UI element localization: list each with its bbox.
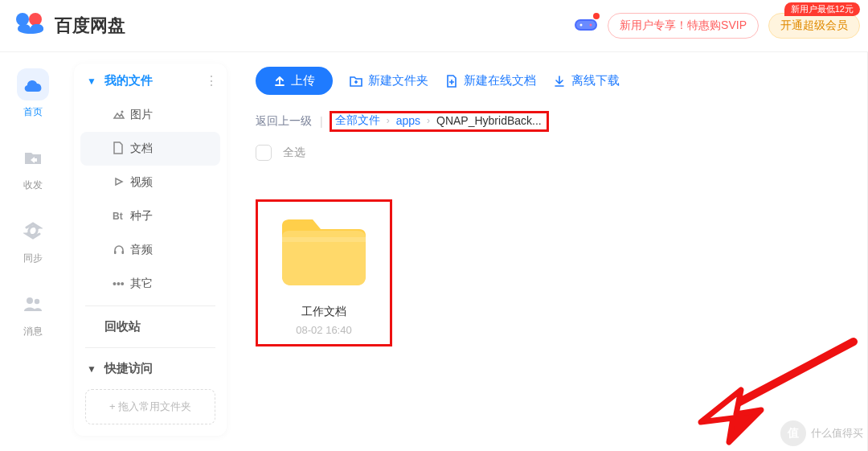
promo-badge: 新用户最低12元: [784, 2, 860, 16]
game-icon[interactable]: [574, 14, 598, 37]
category-video[interactable]: 视频: [80, 166, 220, 199]
people-icon: [23, 296, 43, 312]
svg-rect-9: [114, 251, 117, 254]
chevron-right-icon: ›: [427, 115, 430, 126]
category-audio[interactable]: 音频: [80, 233, 220, 267]
category-bt[interactable]: Bt 种子: [80, 199, 220, 233]
breadcrumb-current: QNAP_HybridBack...: [436, 114, 542, 127]
svg-rect-10: [122, 251, 125, 254]
sidebar-panel: ▼ 我的文件 ⋮ 图片 文档 视频: [66, 52, 235, 451]
annotation-highlight-box: 工作文档 08-02 16:40: [256, 199, 392, 346]
nav-msg[interactable]: 消息: [17, 288, 49, 338]
nav-label: 收发: [23, 178, 43, 192]
my-files-header[interactable]: ▼ 我的文件 ⋮: [74, 64, 227, 98]
new-doc-button[interactable]: 新建在线文档: [444, 73, 536, 88]
breadcrumb-root[interactable]: 全部文件: [335, 113, 380, 128]
folder-share-icon: [23, 150, 43, 166]
nav-sync[interactable]: 同步: [17, 215, 49, 265]
upload-button[interactable]: 上传: [256, 67, 333, 95]
nav-label: 同步: [23, 252, 43, 265]
toolbar: 上传 新建文件夹 新建在线文档 离线下载: [256, 67, 852, 95]
drag-folder-hint[interactable]: + 拖入常用文件夹: [85, 389, 215, 424]
upload-label: 上传: [291, 73, 315, 88]
folder-name: 工作文档: [266, 305, 382, 319]
category-label: 种子: [130, 209, 153, 223]
new-doc-icon: [444, 74, 459, 88]
chevron-right-icon: ›: [387, 115, 390, 126]
category-docs[interactable]: 文档: [80, 132, 220, 166]
svg-point-4: [580, 24, 583, 27]
folder-date: 08-02 16:40: [266, 324, 382, 336]
brand-text: 百度网盘: [55, 14, 125, 38]
baidu-pan-logo-icon: [14, 11, 47, 40]
svg-point-7: [35, 299, 39, 304]
recycle-label: 回收站: [104, 319, 141, 334]
nav-label: 消息: [23, 325, 43, 338]
svg-point-6: [27, 297, 33, 304]
body: 首页 收发 同步: [0, 52, 868, 451]
main-content: 上传 新建文件夹 新建在线文档 离线下载: [235, 52, 868, 451]
brand-logo[interactable]: 百度网盘: [14, 11, 125, 40]
category-label: 图片: [130, 108, 153, 122]
new-folder-button[interactable]: 新建文件夹: [349, 73, 428, 88]
svg-point-8: [121, 110, 124, 113]
quick-access-header[interactable]: ▼ 快捷访问: [74, 353, 227, 384]
ellipsis-icon: •••: [113, 277, 130, 290]
watermark-icon: 值: [780, 420, 806, 446]
picture-icon: [113, 109, 130, 122]
new-folder-label: 新建文件夹: [368, 73, 428, 88]
offline-label: 离线下载: [571, 73, 620, 88]
my-files-title: 我的文件: [104, 73, 205, 88]
folder-icon: [276, 210, 372, 289]
category-label: 其它: [130, 277, 153, 291]
sync-icon: [23, 222, 43, 240]
new-folder-icon: [349, 74, 363, 88]
upload-icon: [273, 75, 286, 88]
select-all-checkbox[interactable]: [256, 145, 272, 161]
document-icon: [113, 141, 130, 157]
bt-icon: Bt: [113, 211, 130, 222]
category-label: 音频: [130, 243, 153, 257]
caret-down-icon: ▼: [87, 76, 96, 87]
annotation-highlight-box: 全部文件 › apps › QNAP_HybridBack...: [330, 111, 549, 132]
svg-point-5: [590, 24, 592, 27]
cloud-icon: [23, 76, 43, 92]
svg-rect-3: [576, 21, 596, 29]
header-bar: 百度网盘 新用户专享！特惠购SVIP 新用户最低12元 开通超级会员: [0, 0, 868, 52]
category-label: 视频: [130, 175, 153, 190]
category-label: 文档: [130, 141, 153, 156]
nav-rail: 首页 收发 同步: [0, 52, 66, 451]
svg-point-1: [29, 13, 42, 26]
category-pictures[interactable]: 图片: [80, 98, 220, 132]
folder-item[interactable]: 工作文档 08-02 16:40: [256, 199, 392, 346]
category-other[interactable]: ••• 其它: [80, 267, 220, 301]
recycle-bin[interactable]: 回收站: [74, 311, 227, 342]
nav-label: 首页: [23, 105, 43, 119]
headphone-icon: [113, 244, 130, 257]
nav-inbox[interactable]: 收发: [17, 141, 49, 192]
breadcrumb-back[interactable]: 返回上一级: [256, 114, 312, 129]
select-all-label: 全选: [283, 146, 305, 160]
premium-button[interactable]: 开通超级会员: [768, 13, 860, 39]
more-icon[interactable]: ⋮: [205, 73, 219, 88]
svg-point-0: [16, 13, 29, 26]
watermark: 值 什么值得买: [780, 420, 863, 446]
new-doc-label: 新建在线文档: [464, 73, 536, 88]
offline-download-button[interactable]: 离线下载: [552, 73, 620, 88]
breadcrumb-seg-apps[interactable]: apps: [396, 114, 420, 127]
breadcrumb: 返回上一级 | 全部文件 › apps › QNAP_HybridBack...: [256, 111, 852, 132]
video-icon: [113, 176, 130, 190]
caret-down-icon: ▼: [87, 363, 96, 375]
quick-access-label: 快捷访问: [104, 361, 153, 376]
nav-home[interactable]: 首页: [17, 68, 49, 119]
promo-svip-button[interactable]: 新用户专享！特惠购SVIP: [608, 13, 759, 39]
download-icon: [552, 74, 567, 88]
select-row: 全选: [256, 145, 852, 161]
watermark-text: 什么值得买: [811, 426, 863, 441]
